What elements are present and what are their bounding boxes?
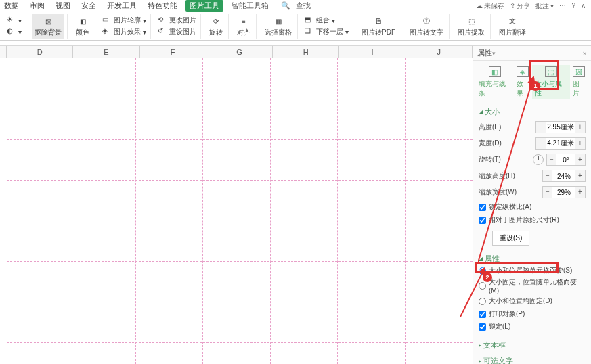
comment-button[interactable]: 批注 ▾ [535, 1, 554, 11]
locked-checkbox[interactable]: 锁定(L) [479, 322, 586, 332]
panel-tab-fill[interactable]: ◧填充与线条 [476, 65, 514, 99]
increment-button[interactable]: + [575, 170, 585, 181]
menu-tab-view[interactable]: 视图 [53, 0, 73, 12]
fill-icon: ◧ [489, 66, 501, 77]
chevron-icon[interactable]: ∧ [581, 2, 586, 9]
menu-tab-picture-tools[interactable]: 图片工具 [185, 0, 223, 12]
brightness-button[interactable]: ☀▾ [5, 15, 23, 26]
contrast-button[interactable]: ◐▾ [5, 26, 23, 37]
panel-tab-image[interactable]: 🖼图片 [570, 65, 588, 99]
increment-button[interactable]: + [575, 154, 585, 165]
lock-ratio-checkbox[interactable]: 锁定纵横比(A) [479, 202, 586, 212]
col-header[interactable]: I [339, 46, 406, 58]
decrement-button[interactable]: − [547, 154, 556, 165]
decrement-button[interactable]: − [543, 170, 552, 181]
height-label: 高度(E) [479, 122, 533, 132]
unsaved-indicator[interactable]: ☁未保存 [476, 1, 504, 11]
increment-button[interactable]: + [575, 187, 585, 198]
menu-tab-smart-toolbox[interactable]: 智能工具箱 [229, 0, 271, 12]
combine-button[interactable]: ⬒组合 ▾ [303, 15, 350, 26]
menu-tab-features[interactable]: 特色功能 [145, 0, 180, 12]
ribbon-toolbar: ☀▾ ◐▾ ▧抠除背景 ◧颜色 ▭图片轮廓 ▾ ◈图片效果 ▾ ⟲更改图片 ↺重… [0, 12, 591, 41]
pic-to-pdf-button[interactable]: 🖹图片转PDF [359, 14, 398, 39]
share-icon: ⇪ [510, 2, 515, 9]
outline-icon: ▭ [102, 16, 112, 25]
select-pane-button[interactable]: ▦选择窗格 [262, 14, 294, 39]
col-header[interactable]: J [406, 46, 473, 58]
increment-button[interactable]: + [575, 138, 585, 149]
pic-to-text-button[interactable]: Ⓣ图片转文字 [407, 14, 446, 39]
align-icon: ≡ [238, 15, 250, 27]
cell-grid[interactable] [0, 58, 473, 364]
reset-size-button[interactable]: 重设(S) [492, 231, 529, 246]
search-label[interactable]: 查找 [296, 1, 311, 11]
cloud-icon: ☁ [476, 2, 483, 9]
select-all-corner[interactable] [0, 46, 7, 58]
col-header[interactable]: G [206, 46, 273, 58]
section-textbox-title[interactable]: 文本框 [479, 340, 586, 350]
menu-tab-devtools[interactable]: 开发工具 [104, 0, 139, 12]
scale-w-input[interactable] [552, 187, 575, 198]
reset-pic-button[interactable]: ↺重设图片 [156, 26, 198, 37]
menu-tab-security[interactable]: 安全 [79, 0, 99, 12]
change-pic-button[interactable]: ⟲更改图片 [156, 15, 198, 26]
col-header[interactable]: F [140, 46, 206, 58]
rotate-dial[interactable] [533, 154, 544, 165]
more-icon[interactable]: ⋯ [559, 2, 566, 9]
height-input[interactable] [546, 122, 575, 133]
help-icon[interactable]: ? [571, 2, 575, 9]
translate-icon: 文 [506, 15, 519, 27]
opt-move-and-size[interactable]: 大小和位置随单元格而变(S) [479, 266, 586, 275]
width-spinner[interactable]: −+ [535, 137, 586, 150]
section-alttext-title[interactable]: 可选文字 [479, 356, 586, 364]
opt-move-only[interactable]: 大小固定，位置随单元格而变(M) [479, 277, 586, 294]
search-icon[interactable]: 🔍 [281, 1, 290, 10]
color-button[interactable]: ◧颜色 [73, 14, 92, 39]
effect-tab-icon: ◈ [517, 66, 529, 77]
decrement-button[interactable]: − [536, 122, 546, 133]
col-header[interactable]: D [7, 46, 73, 58]
print-object-checkbox[interactable]: 打印对象(P) [479, 309, 586, 319]
scale-h-label: 缩放高度(H) [479, 171, 540, 181]
col-header[interactable]: H [273, 46, 339, 58]
width-input[interactable] [546, 138, 575, 149]
remove-background-button[interactable]: ▧抠除背景 [32, 14, 64, 39]
ocr-icon: Ⓣ [420, 15, 433, 27]
panel-tab-effect[interactable]: ◈效果 [514, 65, 532, 99]
decrement-button[interactable]: − [536, 138, 546, 149]
share-button[interactable]: ⇪分享 [510, 1, 530, 11]
decrement-button[interactable]: − [543, 187, 552, 198]
col-header[interactable]: E [73, 46, 139, 58]
section-size-title[interactable]: 大小 [479, 107, 586, 117]
menu-tab-data[interactable]: 数据 [1, 0, 22, 12]
outline-button[interactable]: ▭图片轮廓 ▾ [101, 15, 148, 26]
scale-w-spinner[interactable]: −+ [542, 186, 586, 198]
pic-effect-button[interactable]: ◈图片效果 ▾ [101, 26, 148, 37]
opt-fixed[interactable]: 大小和位置均固定(D) [479, 296, 586, 306]
menu-tab-review[interactable]: 审阅 [27, 0, 47, 12]
move-layer-button[interactable]: ❏下移一层 ▾ [303, 26, 350, 37]
spreadsheet-area[interactable]: D E F G H I J [0, 46, 473, 364]
column-headers: D E F G H I J [0, 46, 473, 58]
pane-icon: ▦ [272, 15, 284, 27]
pic-translate-button[interactable]: 文图片翻译 [496, 14, 529, 39]
section-props-title[interactable]: 属性 [479, 254, 586, 264]
menu-tab-bar: 数据 审阅 视图 安全 开发工具 特色功能 图片工具 智能工具箱 🔍 查找 ☁未… [0, 0, 591, 12]
increment-button[interactable]: + [575, 122, 585, 133]
scale-h-input[interactable] [552, 170, 575, 181]
relative-original-checkbox[interactable]: 相对于图片原始尺寸(R) [479, 215, 586, 225]
remove-bg-icon: ▧ [42, 15, 54, 27]
rotate-button[interactable]: ⟳旋转 [206, 14, 225, 39]
image-tab-icon: 🖼 [573, 66, 585, 77]
scale-h-spinner[interactable]: −+ [542, 170, 586, 182]
pic-extract-button[interactable]: ⬚图片提取 [455, 14, 487, 39]
menu-right-cluster: ☁未保存 ⇪分享 批注 ▾ ⋯ ? ∧ [476, 1, 591, 11]
formula-bar[interactable] [0, 41, 591, 46]
rotate-input[interactable] [556, 154, 575, 165]
height-spinner[interactable]: −+ [535, 121, 586, 133]
scale-w-label: 缩放宽度(W) [479, 187, 540, 197]
rotate-spinner[interactable]: −+ [546, 154, 586, 166]
align-button[interactable]: ≡对齐 [234, 14, 253, 39]
close-icon[interactable]: × [583, 49, 587, 58]
extract-icon: ⬚ [465, 15, 477, 27]
